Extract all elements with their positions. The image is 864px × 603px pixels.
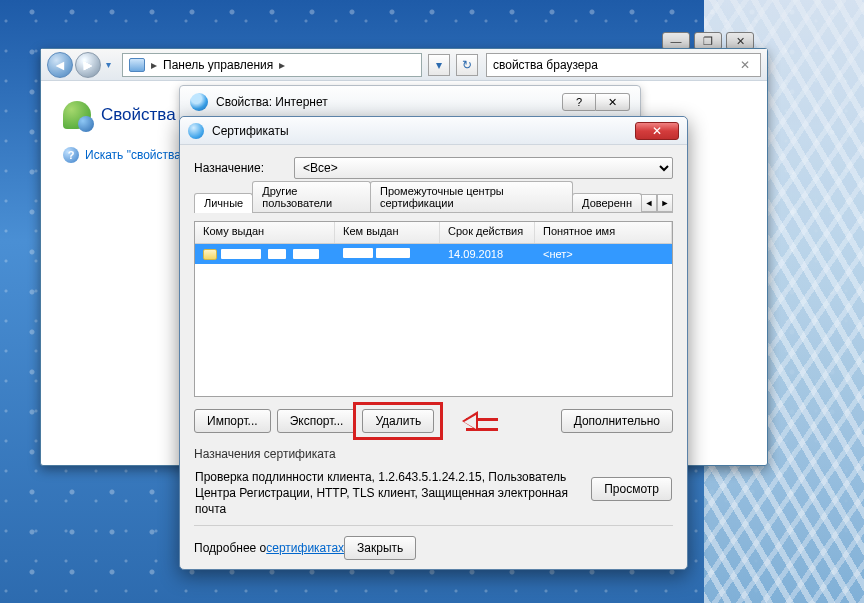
search-input[interactable] [493,58,736,72]
col-friendly-name[interactable]: Понятное имя [535,222,672,243]
cell-issued-by [335,246,440,262]
tab-other-users[interactable]: Другие пользователи [252,181,371,212]
refresh-button[interactable]: ↻ [456,54,478,76]
chevron-right-icon: ▸ [151,58,157,72]
page-title: Свойства [101,105,176,125]
purpose-label: Назначение: [194,161,284,175]
chevron-right-icon: ▸ [279,58,285,72]
learn-more-link[interactable]: сертификатах [266,541,344,555]
breadcrumb-text: Панель управления [163,58,273,72]
internet-properties-title: Свойства: Интернет [216,95,328,109]
annotation-arrow [452,412,502,430]
list-header: Кому выдан Кем выдан Срок действия Понят… [195,222,672,244]
dropdown-button[interactable]: ▾ [428,54,450,76]
close-dialog-button[interactable]: Закрыть [344,536,416,560]
learn-more-prefix: Подробнее о [194,541,266,555]
breadcrumb[interactable]: ▸ Панель управления ▸ [122,53,422,77]
purpose-select[interactable]: <Все> [294,157,673,179]
view-button[interactable]: Просмотр [591,477,672,501]
col-expires[interactable]: Срок действия [440,222,535,243]
globe-icon [188,123,204,139]
tab-personal[interactable]: Личные [194,193,253,213]
nav-toolbar: ◄ ► ▾ ▸ Панель управления ▸ ▾ ↻ ✕ [41,49,767,81]
back-button[interactable]: ◄ [47,52,73,78]
tabstrip: Личные Другие пользователи Промежуточные… [194,189,673,213]
context-help-button[interactable]: ? [562,93,596,111]
search-box[interactable]: ✕ [486,53,761,77]
close-button[interactable]: ✕ [635,122,679,140]
cell-issued-to [195,247,335,262]
forward-button[interactable]: ► [75,52,101,78]
tab-scroll-left[interactable]: ◄ [641,194,657,212]
history-chevron-icon[interactable]: ▾ [106,59,111,70]
tab-intermediate-ca[interactable]: Промежуточные центры сертификации [370,181,573,212]
internet-options-icon [63,101,91,129]
col-issued-by[interactable]: Кем выдан [335,222,440,243]
cert-purposes-text: Проверка подлинности клиента, 1.2.643.5.… [195,469,591,509]
separator [194,525,673,526]
cell-friendly-name: <нет> [535,246,672,262]
help-icon: ? [63,147,79,163]
tab-scroll-right[interactable]: ► [657,194,673,212]
import-button[interactable]: Импорт... [194,409,271,433]
table-row[interactable]: 14.09.2018 <нет> [195,244,672,264]
dialog-title: Сертификаты [212,124,289,138]
certificate-list: Кому выдан Кем выдан Срок действия Понят… [194,221,673,397]
close-button[interactable]: ✕ [596,93,630,111]
internet-properties-titlebar: Свойства: Интернет ? ✕ [179,85,641,119]
col-issued-to[interactable]: Кому выдан [195,222,335,243]
dialog-titlebar: Сертификаты ✕ [180,117,687,145]
cert-purposes-label: Назначения сертификата [194,447,673,461]
help-link-text: Искать "свойства [85,148,181,162]
delete-button[interactable]: Удалить [362,409,434,433]
export-button[interactable]: Экспорт... [277,409,357,433]
certificates-dialog: Сертификаты ✕ Назначение: <Все> Личные Д… [179,116,688,570]
monitor-icon [129,58,145,72]
clear-search-icon[interactable]: ✕ [736,58,754,72]
globe-icon [190,93,208,111]
tab-trusted[interactable]: Доверенн [572,193,642,212]
cell-expires: 14.09.2018 [440,246,535,262]
advanced-button[interactable]: Дополнительно [561,409,673,433]
certificate-icon [203,249,217,260]
